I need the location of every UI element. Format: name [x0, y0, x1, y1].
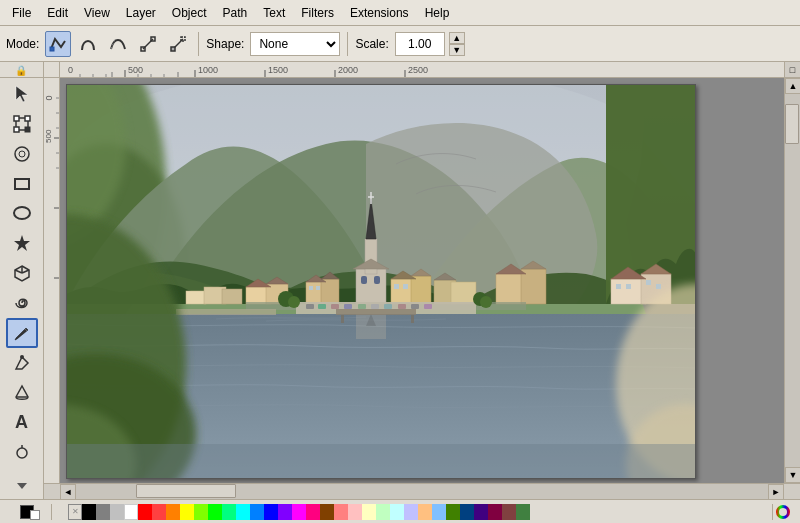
color-swatch-black[interactable] [82, 504, 96, 520]
color-swatch-orange[interactable] [166, 504, 180, 520]
svg-rect-101 [331, 304, 339, 309]
scale-spinner: ▲ ▼ [449, 32, 465, 56]
color-swatch-skyblue[interactable] [390, 504, 404, 520]
svg-rect-121 [616, 284, 621, 289]
scale-up-btn[interactable]: ▲ [449, 32, 465, 44]
color-swatch-rose[interactable] [306, 504, 320, 520]
mode-bezier-btn[interactable] [45, 31, 71, 57]
svg-point-112 [480, 296, 492, 308]
color-swatch-blue[interactable] [264, 504, 278, 520]
svg-rect-13 [25, 116, 30, 121]
color-wheel-btn[interactable] [772, 504, 792, 520]
svg-rect-99 [306, 304, 314, 309]
color-swatch-salmon[interactable] [334, 504, 348, 520]
paint-tool-btn[interactable] [6, 378, 38, 407]
color-swatch-violet[interactable] [278, 504, 292, 520]
scale-input[interactable] [395, 32, 445, 56]
canvas-viewport[interactable] [60, 78, 784, 483]
svg-text:500: 500 [128, 65, 143, 75]
color-swatch-pink[interactable] [348, 504, 362, 520]
top-right-corner-btn[interactable]: □ [784, 62, 800, 78]
menu-extensions[interactable]: Extensions [342, 4, 417, 22]
svg-rect-106 [398, 304, 406, 309]
menu-view[interactable]: View [76, 4, 118, 22]
color-swatch-lavender[interactable] [404, 504, 418, 520]
menu-object[interactable]: Object [164, 4, 215, 22]
color-swatch-mint2[interactable] [376, 504, 390, 520]
svg-rect-6 [171, 47, 175, 51]
color-swatch-magenta[interactable] [292, 504, 306, 520]
color-palette: ✕ [68, 504, 756, 520]
color-swatch-silver[interactable] [110, 504, 124, 520]
svg-marker-8 [16, 86, 28, 102]
hscroll-track[interactable] [76, 484, 768, 499]
menu-help[interactable]: Help [417, 4, 458, 22]
pen-tool-btn[interactable] [6, 349, 38, 378]
color-swatch-peach[interactable] [418, 504, 432, 520]
menu-edit[interactable]: Edit [39, 4, 76, 22]
hscroll-right-btn[interactable]: ► [768, 484, 784, 499]
color-swatch-maroon[interactable] [488, 504, 502, 520]
menu-layer[interactable]: Layer [118, 4, 164, 22]
color-swatch-brown[interactable] [320, 504, 334, 520]
shape-dropdown[interactable]: None Triangle Square Pentagon Hexagon [250, 32, 340, 56]
color-swatch-sage[interactable] [516, 504, 530, 520]
menu-file[interactable]: File [4, 4, 39, 22]
menu-filters[interactable]: Filters [293, 4, 342, 22]
pencil-tool-btn[interactable] [6, 318, 38, 347]
color-swatch-red[interactable] [138, 504, 152, 520]
menu-text[interactable]: Text [255, 4, 293, 22]
color-swatch-red2[interactable] [152, 504, 166, 520]
hscroll-left-btn[interactable]: ◄ [60, 484, 76, 499]
node-tool-btn[interactable] [6, 109, 38, 138]
color-swatch-cream[interactable] [362, 504, 376, 520]
vscroll-up-btn[interactable]: ▲ [785, 78, 800, 94]
color-swatch-sienna[interactable] [502, 504, 516, 520]
svg-rect-125 [336, 309, 416, 315]
box3d-tool-btn[interactable] [6, 259, 38, 288]
color-swatch-white[interactable] [124, 504, 138, 520]
ellipse-tool-btn[interactable] [6, 199, 38, 228]
svg-text:1500: 1500 [268, 65, 288, 75]
svg-marker-28 [17, 483, 27, 489]
color-swatch-purple[interactable] [474, 504, 488, 520]
color-swatch-olive[interactable] [446, 504, 460, 520]
vscroll-down-btn[interactable]: ▼ [785, 467, 800, 483]
svg-rect-103 [358, 304, 366, 309]
lock-icon: 🔒 [15, 65, 27, 76]
mode-show-handles-btn[interactable] [135, 31, 161, 57]
toolbar-expand-btn[interactable] [6, 470, 38, 499]
connector-tool-btn[interactable] [6, 438, 38, 467]
vscroll-track[interactable] [785, 94, 800, 467]
color-swatch-green[interactable] [208, 504, 222, 520]
svg-line-22 [15, 270, 22, 273]
transparent-swatch[interactable]: ✕ [68, 504, 82, 520]
color-swatch-cornflower[interactable] [432, 504, 446, 520]
mode-bspline-btn[interactable] [105, 31, 131, 57]
mode-spiro-btn[interactable] [75, 31, 101, 57]
tweak-tool-btn[interactable] [6, 139, 38, 168]
svg-point-136 [779, 508, 787, 516]
menu-path[interactable]: Path [215, 4, 256, 22]
mode-only-selected-btn[interactable] [165, 31, 191, 57]
fill-indicators [8, 504, 52, 520]
svg-rect-75 [309, 286, 313, 290]
hscroll-thumb[interactable] [136, 484, 236, 498]
color-swatch-cyan[interactable] [236, 504, 250, 520]
color-swatch-navy[interactable] [460, 504, 474, 520]
rect-tool-btn[interactable] [6, 169, 38, 198]
stroke-color-box[interactable] [30, 510, 40, 520]
svg-rect-102 [344, 304, 352, 309]
spiral-tool-btn[interactable] [6, 289, 38, 318]
color-swatch-azure[interactable] [250, 504, 264, 520]
scale-down-btn[interactable]: ▼ [449, 44, 465, 56]
text-tool-btn[interactable]: A [6, 408, 38, 437]
selector-tool-btn[interactable] [6, 79, 38, 108]
svg-rect-81 [394, 284, 399, 289]
color-swatch-mint[interactable] [222, 504, 236, 520]
vscroll-thumb[interactable] [785, 104, 799, 144]
color-swatch-yellow[interactable] [180, 504, 194, 520]
star-tool-btn[interactable] [6, 229, 38, 258]
color-swatch-gray[interactable] [96, 504, 110, 520]
color-swatch-lime[interactable] [194, 504, 208, 520]
